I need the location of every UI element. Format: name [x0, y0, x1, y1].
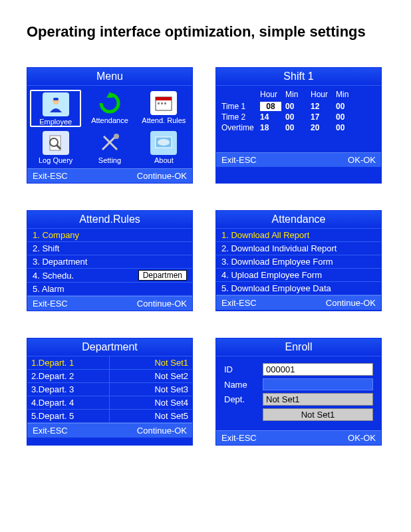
enroll-dept-input[interactable]: Not Set1	[263, 393, 373, 406]
attendance-footer-exit[interactable]: Exit-ESC	[221, 298, 257, 308]
shift-row-overtime: Overtime 18 00 20 00	[221, 123, 376, 132]
shift-header-hour: Hour	[311, 90, 332, 99]
shift-time1-start-hour[interactable]: 08	[260, 102, 281, 111]
menu-item-label: About	[138, 156, 190, 164]
shift-ot-end-hour[interactable]: 20	[311, 123, 332, 132]
dept-row-value: Not Set1	[110, 356, 192, 369]
page-title: Operating interface optimization, simple…	[27, 23, 384, 41]
att-item-download-data[interactable]: 5. Download Employee Data	[216, 282, 381, 295]
shift-ot-start-hour[interactable]: 18	[260, 123, 281, 132]
employee-icon	[43, 92, 69, 116]
list-item-label: 3. Department	[33, 257, 87, 267]
menu-panel-title: Menu	[27, 68, 192, 86]
enroll-panel: Enroll ID 000001 Name Dept. Not Set1 Not…	[215, 338, 382, 446]
list-item-label: 1. Company	[33, 230, 79, 240]
att-item-download-all[interactable]: 1. Download All Report	[216, 229, 381, 242]
menu-item-setting[interactable]: Setting	[84, 130, 135, 164]
rules-item-department[interactable]: 3. Department	[27, 255, 192, 269]
dept-row-3[interactable]: 3.Depart. 3 Not Set3	[27, 383, 192, 396]
svg-rect-4	[156, 97, 172, 100]
menu-item-label: Employee	[31, 118, 80, 126]
dept-row-4[interactable]: 4.Depart. 4 Not Set4	[27, 396, 192, 410]
menu-item-logquery[interactable]: Log Query	[30, 130, 81, 164]
dept-row-name: 2.Depart. 2	[27, 370, 110, 382]
enroll-footer-ok[interactable]: OK-OK	[348, 433, 376, 443]
enroll-extra-input[interactable]: Not Set1	[263, 408, 373, 421]
shift-footer-exit[interactable]: Exit-ESC	[221, 155, 257, 165]
menu-item-label: Setting	[84, 156, 135, 164]
list-item-label: 5. Alarm	[33, 284, 65, 294]
svg-rect-7	[164, 102, 166, 104]
rules-footer-continue[interactable]: Continue-OK	[137, 299, 187, 309]
list-item-label: 1. Download All Report	[221, 230, 309, 240]
shift-row-label: Time 2	[221, 112, 256, 122]
shift-header-min: Min	[285, 90, 307, 99]
enroll-footer-exit[interactable]: Exit-ESC	[221, 433, 257, 443]
shift-ot-end-min[interactable]: 00	[336, 123, 357, 132]
list-item-label: 3. Download Employee Form	[221, 257, 333, 267]
rules-panel: Attend.Rules 1. Company 2. Shift 3. Depa…	[27, 210, 193, 311]
menu-item-label: Attendance	[84, 116, 135, 124]
shift-ot-start-min[interactable]: 00	[285, 123, 307, 132]
department-footer-exit[interactable]: Exit-ESC	[33, 426, 68, 436]
shift-time1-start-min[interactable]: 00	[285, 102, 307, 111]
rules-panel-title: Attend.Rules	[27, 211, 192, 229]
list-item-label: 2. Download Individual Report	[221, 243, 337, 253]
rules-schedule-value[interactable]: Departmen	[138, 270, 187, 281]
shift-row-time2: Time 2 14 00 17 00	[221, 112, 376, 122]
shift-time1-end-hour[interactable]: 12	[311, 102, 332, 111]
shift-time1-end-min[interactable]: 00	[336, 102, 357, 111]
dept-row-name: 3.Depart. 3	[27, 383, 110, 396]
enroll-name-input[interactable]	[263, 378, 373, 390]
enroll-panel-title: Enroll	[216, 338, 381, 356]
dept-row-name: 4.Depart. 4	[27, 396, 110, 409]
rules-item-schedule[interactable]: 4. Schedu. Departmen	[27, 269, 192, 283]
shift-time2-start-min[interactable]: 00	[285, 112, 307, 122]
att-item-download-individual[interactable]: 2. Download Individual Report	[216, 242, 381, 255]
att-item-upload-form[interactable]: 4. Upload Employee Form	[216, 269, 381, 282]
dept-row-2[interactable]: 2.Depart. 2 Not Set2	[27, 370, 192, 383]
shift-time2-start-hour[interactable]: 14	[260, 112, 281, 122]
list-item-label: 4. Upload Employee Form	[221, 270, 322, 280]
svg-rect-6	[161, 102, 163, 104]
rules-item-company[interactable]: 1. Company	[27, 229, 192, 242]
dept-row-name: 1.Depart. 1	[27, 356, 110, 369]
shift-footer-ok[interactable]: OK-OK	[348, 155, 376, 165]
enroll-id-input[interactable]: 000001	[263, 363, 373, 376]
rules-footer-exit[interactable]: Exit-ESC	[33, 299, 68, 309]
department-footer-continue[interactable]: Continue-OK	[137, 426, 187, 436]
dept-row-value: Not Set5	[110, 410, 192, 422]
search-doc-icon	[43, 131, 69, 155]
menu-item-about[interactable]: About	[138, 130, 190, 164]
rules-item-shift[interactable]: 2. Shift	[27, 242, 192, 255]
att-item-download-form[interactable]: 3. Download Employee Form	[216, 255, 381, 269]
dept-row-value: Not Set4	[110, 396, 192, 409]
menu-footer-continue[interactable]: Continue-OK	[137, 171, 187, 181]
menu-item-employee[interactable]: Employee	[30, 90, 81, 127]
department-panel-title: Department	[27, 338, 192, 356]
shift-row-label: Overtime	[221, 123, 256, 132]
menu-footer-exit[interactable]: Exit-ESC	[33, 171, 68, 181]
dept-row-name: 5.Depart. 5	[27, 410, 110, 422]
enroll-dept-label: Dept.	[224, 394, 259, 404]
dept-row-value: Not Set2	[110, 370, 192, 382]
dept-row-5[interactable]: 5.Depart. 5 Not Set5	[27, 410, 192, 423]
shift-header-min: Min	[336, 90, 357, 99]
enroll-name-label: Name	[224, 380, 259, 390]
shift-time2-end-hour[interactable]: 17	[311, 112, 332, 122]
menu-item-attendance[interactable]: Attendance	[84, 90, 135, 127]
list-item-label: 4. Schedu.	[33, 271, 74, 281]
shift-row-time1: Time 1 08 00 12 00	[221, 102, 376, 111]
attendance-panel-title: Attendance	[216, 211, 381, 229]
attendance-icon	[96, 91, 123, 115]
shift-time2-end-min[interactable]: 00	[336, 112, 357, 122]
rules-item-alarm[interactable]: 5. Alarm	[27, 283, 192, 296]
menu-item-rules[interactable]: Attend. Rules	[138, 90, 190, 127]
svg-point-15	[158, 139, 170, 146]
dept-row-1[interactable]: 1.Depart. 1 Not Set1	[27, 356, 192, 370]
calendar-icon	[150, 91, 177, 115]
menu-item-label: Attend. Rules	[138, 116, 190, 124]
shift-panel-title: Shift 1	[216, 68, 381, 86]
attendance-footer-continue[interactable]: Continue-OK	[326, 298, 376, 308]
enroll-id-label: ID	[224, 364, 259, 374]
